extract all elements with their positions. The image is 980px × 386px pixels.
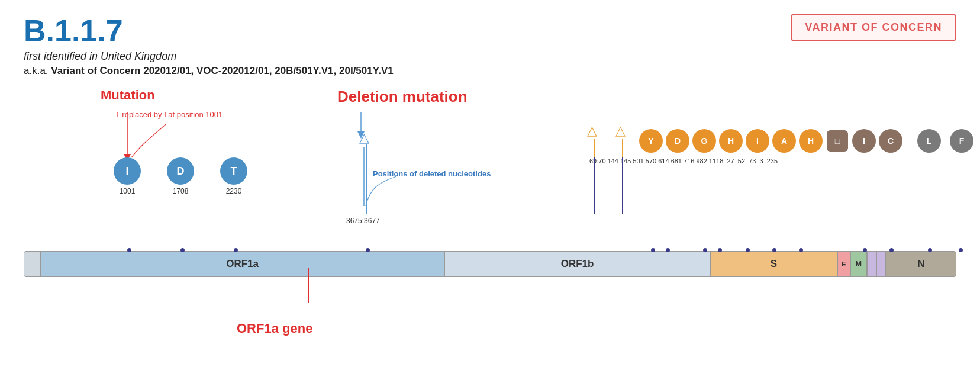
spike-I: I: [746, 129, 769, 153]
seg-gap2: [876, 251, 886, 277]
diagram-area: Mutation T replaced by I at position 100…: [24, 88, 956, 336]
spike-H2: H: [799, 129, 823, 153]
deletion-vline: [366, 144, 367, 214]
spike-Y: Y: [639, 129, 663, 153]
orf1a-gene-label: ORF1a gene: [237, 321, 312, 336]
annotation-svg: [24, 88, 956, 336]
n-label: N: [917, 258, 924, 270]
spike-sq: □: [827, 130, 848, 152]
s-label: S: [771, 258, 777, 270]
deletion-delta: △: [359, 130, 369, 146]
dot-spike-11: [959, 248, 963, 252]
mutation-circle-I: I: [114, 157, 141, 185]
mutation-circle-D: D: [167, 157, 194, 185]
subtitle: first identified in United Kingdom: [24, 50, 956, 63]
aka-line: a.k.a. Variant of Concern 202012/01, VOC…: [24, 65, 956, 77]
pos-2230: 2230: [220, 187, 247, 195]
spike-vline-dark-1: [594, 157, 595, 214]
spike-pos-row: 69:70 144 145 501 570 614 681 716 982 11…: [589, 157, 778, 165]
orf1a-gene-vline: [308, 268, 309, 303]
orf1a-label: ORF1a: [226, 258, 259, 270]
mutation-circle-T: T: [220, 157, 247, 185]
seg-leader: [24, 251, 40, 277]
spike-H: H: [719, 129, 743, 153]
variant-badge: VARIANT OF CONCERN: [791, 14, 956, 41]
seg-gap1: [867, 251, 876, 277]
seg-e: E: [837, 251, 850, 277]
mutation-desc: T replaced by I at position 1001: [115, 110, 223, 119]
spike-G: G: [692, 129, 716, 153]
e-label: E: [842, 260, 846, 268]
spike-vline-dark-2: [622, 157, 623, 214]
m-label: M: [856, 260, 862, 268]
deletion-position: 3675:3677: [346, 217, 380, 225]
genome-bar: ORF1a ORF1b S E M N: [24, 251, 956, 277]
spike-delta-1: △: [587, 123, 597, 139]
pos-1001: 1001: [114, 187, 141, 195]
aka-prefix: a.k.a.: [24, 65, 49, 76]
deletion-label: Deletion mutation: [337, 88, 468, 106]
orf1b-label: ORF1b: [561, 258, 594, 270]
seg-orf1b: ORF1b: [444, 251, 710, 277]
pos-1708: 1708: [167, 187, 194, 195]
spike-delta-2: △: [615, 123, 626, 139]
mutation-label: Mutation: [101, 88, 155, 103]
spike-A: A: [772, 129, 796, 153]
deletion-desc: Positions of deleted nucleotides: [373, 169, 491, 178]
seg-orf1a: ORF1a: [40, 251, 444, 277]
spike-L: L: [917, 129, 941, 153]
spike-I2: I: [852, 129, 876, 153]
spike-F: F: [950, 129, 973, 153]
seg-n: N: [886, 251, 956, 277]
seg-s: S: [710, 251, 837, 277]
spike-D: D: [666, 129, 689, 153]
seg-m: M: [850, 251, 867, 277]
spike-C: C: [879, 129, 902, 153]
aka-names: Variant of Concern 202012/01, VOC-202012…: [51, 65, 393, 76]
